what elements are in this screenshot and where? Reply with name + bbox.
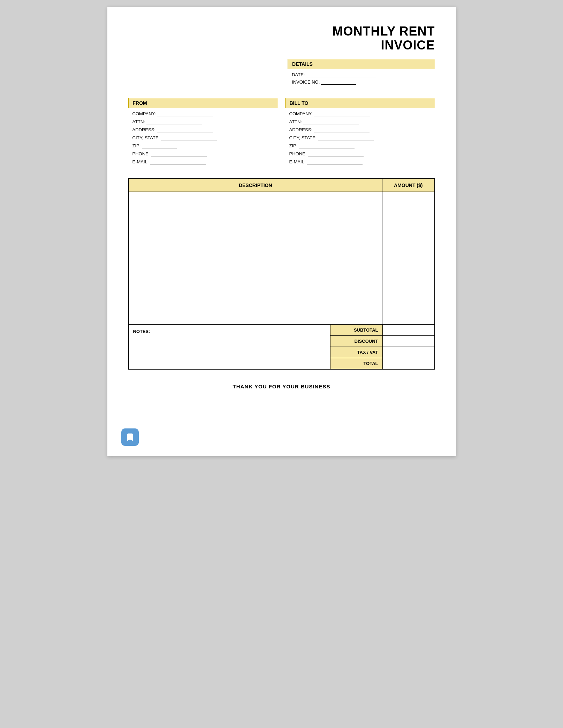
from-content: COMPANY: ATTN: ADDRESS: CITY, STATE: ZIP…: [128, 108, 278, 170]
subtotal-value[interactable]: [383, 325, 434, 335]
invoice-no-input-line[interactable]: [321, 80, 356, 85]
billto-attn[interactable]: ATTN:: [289, 119, 431, 124]
billto-email[interactable]: E-MAIL:: [289, 159, 431, 164]
invoice-page: MONTHLY RENT INVOICE DETAILS DATE: INVOI…: [107, 7, 456, 456]
from-billto-section: FROM COMPANY: ATTN: ADDRESS: CITY, STATE…: [128, 98, 435, 170]
from-phone[interactable]: PHONE:: [132, 151, 274, 156]
total-label: TOTAL: [330, 358, 383, 369]
amount-cell[interactable]: [382, 192, 435, 324]
discount-label: DISCOUNT: [330, 336, 383, 347]
from-city-state[interactable]: CITY, STATE:: [132, 135, 274, 140]
notes-line-2[interactable]: [133, 347, 326, 352]
discount-row: DISCOUNT: [330, 336, 434, 347]
description-cell[interactable]: [129, 192, 382, 324]
notes-section: NOTES:: [129, 325, 330, 369]
from-attn[interactable]: ATTN:: [132, 119, 274, 124]
details-header: DETAILS: [288, 59, 435, 69]
billto-company[interactable]: COMPANY:: [289, 111, 431, 116]
date-input-line[interactable]: [306, 72, 376, 77]
billto-content: COMPANY: ATTN: ADDRESS: CITY, STATE: ZIP…: [285, 108, 435, 170]
from-header: FROM: [128, 98, 278, 108]
tax-label: TAX / VAT: [330, 347, 383, 358]
from-company[interactable]: COMPANY:: [132, 111, 274, 116]
details-content: DATE: INVOICE NO.: [288, 69, 435, 90]
thank-you-text: THANK YOU FOR YOUR BUSINESS: [128, 384, 435, 389]
billto-zip[interactable]: ZIP:: [289, 143, 431, 148]
subtotal-row: SUBTOTAL: [330, 325, 434, 336]
billto-city-state[interactable]: CITY, STATE:: [289, 135, 431, 140]
notes-label: NOTES:: [133, 329, 150, 334]
invoice-title: MONTHLY RENT INVOICE: [128, 24, 435, 52]
bookmark-icon: [125, 432, 135, 442]
notes-line-1[interactable]: [133, 335, 326, 340]
details-block: DETAILS DATE: INVOICE NO.: [288, 59, 435, 90]
billto-phone[interactable]: PHONE:: [289, 151, 431, 156]
total-row: TOTAL: [330, 358, 434, 369]
invoice-no-field[interactable]: INVOICE NO.: [292, 79, 431, 85]
total-value[interactable]: [383, 358, 434, 369]
billto-address[interactable]: ADDRESS:: [289, 127, 431, 132]
from-address[interactable]: ADDRESS:: [132, 127, 274, 132]
amount-column-header: AMOUNT ($): [382, 179, 435, 192]
billto-section: BILL TO COMPANY: ATTN: ADDRESS: CITY, ST…: [285, 98, 435, 170]
from-email[interactable]: E-MAIL:: [132, 159, 274, 164]
billto-header: BILL TO: [285, 98, 435, 108]
discount-value[interactable]: [383, 336, 434, 347]
from-section: FROM COMPANY: ATTN: ADDRESS: CITY, STATE…: [128, 98, 278, 170]
totals-section: SUBTOTAL DISCOUNT TAX / VAT TOTAL: [330, 325, 434, 369]
invoice-table: DESCRIPTION AMOUNT ($): [128, 178, 435, 325]
date-field[interactable]: DATE:: [292, 72, 431, 77]
tax-row: TAX / VAT: [330, 347, 434, 358]
table-row: [129, 192, 435, 324]
corner-icon: [121, 428, 139, 446]
subtotal-label: SUBTOTAL: [330, 325, 383, 335]
title-section: MONTHLY RENT INVOICE: [128, 24, 435, 52]
summary-section: NOTES: SUBTOTAL DISCOUNT TAX / VAT TOTAL: [128, 325, 435, 370]
from-zip[interactable]: ZIP:: [132, 143, 274, 148]
description-column-header: DESCRIPTION: [129, 179, 382, 192]
tax-value[interactable]: [383, 347, 434, 358]
